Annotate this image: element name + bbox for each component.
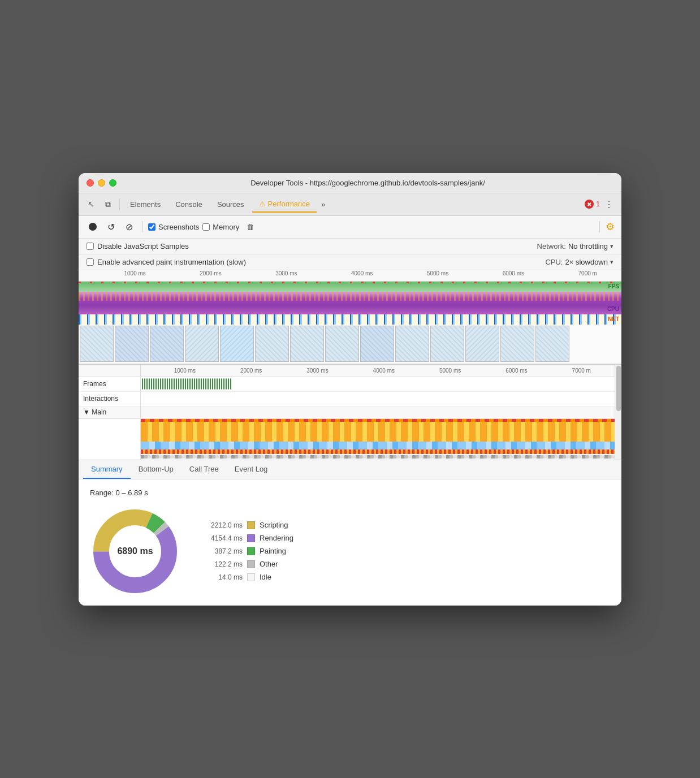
tab-console[interactable]: Console	[168, 197, 209, 212]
summary-panel: Range: 0 – 6.89 s 6890 ms	[79, 479, 621, 606]
screenshots-checkbox-label[interactable]: Screenshots	[148, 223, 199, 231]
idle-name: Idle	[260, 573, 271, 581]
devtools-menu-button[interactable]: ⋮	[601, 196, 617, 212]
screenshots-label: Screenshots	[158, 223, 199, 231]
frame-block	[210, 378, 211, 390]
net-bar	[79, 314, 621, 325]
trash-button[interactable]: 🗑	[243, 219, 257, 234]
network-label: Network:	[537, 242, 566, 250]
cpu-chevron-icon[interactable]: ▾	[610, 258, 613, 266]
close-button[interactable]	[87, 179, 94, 187]
tab-elements[interactable]: Elements	[123, 197, 167, 212]
gear-icon[interactable]: ⚙	[606, 221, 615, 233]
timeline-scrollbar[interactable]	[615, 365, 621, 460]
screenshot-thumb-1	[80, 326, 114, 362]
screenshot-thumb-4	[185, 326, 219, 362]
tab-performance[interactable]: ⚠ Performance	[252, 196, 317, 213]
frame-block	[226, 378, 227, 390]
reload-record-button[interactable]: ↺	[103, 219, 118, 234]
timeline-labels: Frames Interactions ▼ Main	[79, 365, 141, 460]
time-ruler-marks: 1000 ms 2000 ms 3000 ms 4000 ms 5000 ms …	[81, 270, 621, 281]
net-label: NET	[608, 316, 619, 322]
frame-block	[208, 378, 209, 390]
multi-strip	[141, 449, 615, 454]
fps-red-marks	[79, 282, 621, 283]
titlebar: Developer Tools - https://googlechrome.g…	[79, 173, 621, 193]
painting-name: Painting	[260, 547, 286, 555]
frame-block	[151, 378, 152, 390]
tl-time-mark-1: 1000 ms	[174, 368, 196, 374]
main-header-spacer	[141, 407, 615, 419]
main-track-3-label	[79, 442, 140, 449]
tl-time-mark-2: 2000 ms	[240, 368, 262, 374]
record-button[interactable]	[85, 219, 100, 234]
legend-item-painting: 387.2 ms Painting	[203, 547, 293, 555]
disable-js-checkbox[interactable]	[87, 243, 94, 250]
advanced-paint-label[interactable]: Enable advanced paint instrumentation (s…	[87, 258, 246, 266]
inspect-icon[interactable]: ↖	[83, 196, 99, 212]
screenshot-thumb-5	[220, 326, 254, 362]
interactions-row-label: Interactions	[79, 392, 140, 407]
frame-block	[214, 378, 215, 390]
summary-content: 6890 ms 2212.0 ms Scripting 4154.4 ms Re…	[90, 506, 610, 597]
summary-range: Range: 0 – 6.89 s	[90, 489, 610, 497]
disable-js-label[interactable]: Disable JavaScript Samples	[87, 242, 189, 250]
frame-block	[149, 378, 150, 390]
frames-label: Frames	[79, 380, 111, 388]
timeline-content: 1000 ms 2000 ms 3000 ms 4000 ms 5000 ms …	[141, 365, 615, 460]
cpu-label: CPU:	[545, 258, 563, 266]
screenshot-thumb-6	[255, 326, 289, 362]
frame-block	[205, 378, 206, 390]
main-track-3	[141, 442, 615, 449]
network-chevron-icon[interactable]: ▾	[610, 243, 613, 250]
frame-block	[198, 378, 200, 390]
frame-block	[169, 378, 170, 390]
tab-more-button[interactable]: »	[318, 198, 329, 211]
timeline-time-ruler: 1000 ms 2000 ms 3000 ms 4000 ms 5000 ms …	[141, 365, 615, 377]
tab-summary[interactable]: Summary	[83, 460, 131, 479]
legend-item-other: 122.2 ms Other	[203, 560, 293, 568]
timeline-ruler-spacer	[79, 365, 140, 377]
device-mode-icon[interactable]: ⧉	[100, 196, 116, 212]
maximize-button[interactable]	[109, 179, 116, 187]
scrollbar-thumb[interactable]	[616, 366, 621, 411]
timeline-panel: Frames Interactions ▼ Main 1000	[79, 365, 621, 460]
tab-event-log[interactable]: Event Log	[227, 460, 276, 479]
screenshot-thumb-9	[360, 326, 394, 362]
time-mark-2000: 2000 ms	[200, 270, 221, 276]
minimize-button[interactable]	[98, 179, 105, 187]
tab-sources[interactable]: Sources	[210, 197, 251, 212]
tab-call-tree[interactable]: Call Tree	[182, 460, 227, 479]
fps-label: FPS	[608, 283, 619, 289]
memory-checkbox-label[interactable]: Memory	[202, 223, 239, 231]
screenshots-row	[79, 325, 621, 364]
interactions-content	[141, 392, 615, 406]
time-mark-3000: 3000 ms	[275, 270, 297, 276]
screenshot-thumb-2	[115, 326, 149, 362]
rendering-name: Rendering	[260, 534, 293, 542]
frame-block	[167, 378, 168, 390]
error-badge[interactable]: ✖ 1	[585, 200, 600, 209]
cpu-dropdown[interactable]: CPU: 2× slowdown ▾	[545, 258, 613, 266]
cpu-yellow-overlay	[79, 292, 621, 301]
settings-row-2: Enable advanced paint instrumentation (s…	[79, 254, 621, 270]
frames-row-content	[141, 377, 615, 392]
main-track-1	[141, 419, 615, 430]
network-dropdown[interactable]: Network: No throttling ▾	[537, 242, 613, 250]
interactions-label: Interactions	[79, 395, 123, 403]
advanced-paint-checkbox[interactable]	[87, 258, 94, 266]
screenshot-thumb-10	[395, 326, 429, 362]
clear-button[interactable]: ⊘	[122, 219, 136, 234]
warning-icon: ⚠	[259, 200, 266, 208]
network-value: No throttling	[568, 242, 608, 250]
screenshot-thumb-8	[325, 326, 359, 362]
tab-bottom-up[interactable]: Bottom-Up	[131, 460, 182, 479]
memory-checkbox[interactable]	[202, 223, 210, 231]
rendering-swatch	[247, 534, 255, 542]
donut-center-label: 6890 ms	[117, 546, 153, 556]
screenshots-checkbox[interactable]	[148, 223, 155, 231]
frame-block	[146, 378, 148, 390]
frame-block	[221, 378, 222, 390]
bottom-tab-bar: Summary Bottom-Up Call Tree Event Log	[79, 460, 621, 479]
main-track-5	[141, 455, 615, 460]
